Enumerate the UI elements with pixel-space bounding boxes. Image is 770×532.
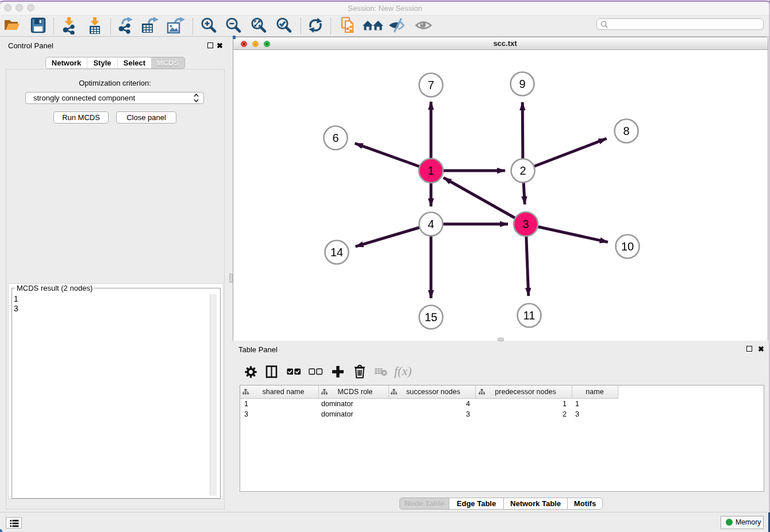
svg-text:8: 8 [623,125,629,137]
svg-text:11: 11 [523,309,536,322]
svg-text:15: 15 [425,311,437,323]
svg-text:1: 1 [428,164,434,177]
svg-text:9: 9 [519,78,525,90]
svg-text:4: 4 [428,218,434,230]
svg-text:14: 14 [330,246,343,259]
svg-text:6: 6 [332,132,338,144]
svg-text:3: 3 [522,218,529,230]
svg-text:2: 2 [519,164,526,177]
svg-text:10: 10 [621,240,634,253]
svg-text:7: 7 [428,79,434,91]
